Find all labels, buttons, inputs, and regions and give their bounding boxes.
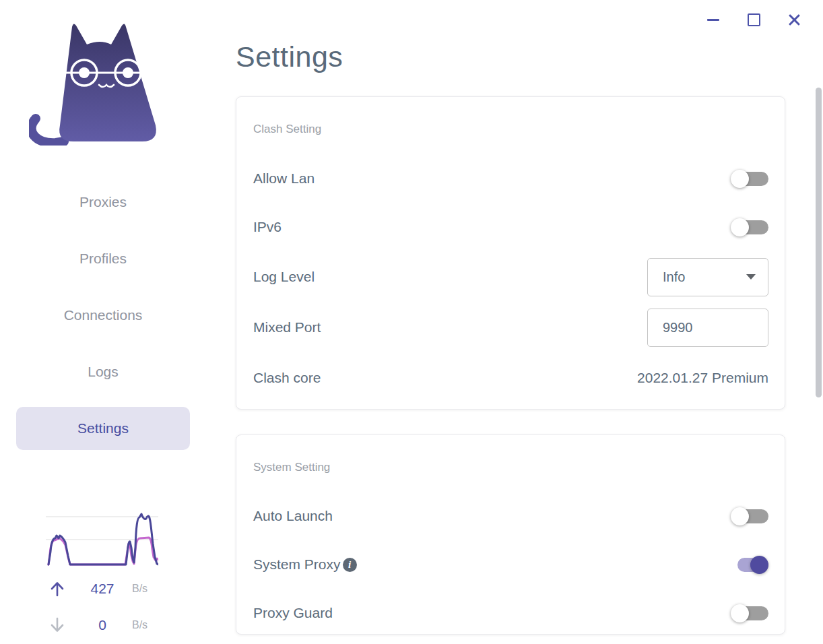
mixed-port-row: Mixed Port xyxy=(253,308,768,347)
system-proxy-toggle[interactable] xyxy=(731,556,768,574)
window-controls xyxy=(706,12,801,27)
maximize-button[interactable] xyxy=(746,12,761,27)
scrollbar-thumb[interactable] xyxy=(816,88,822,397)
clash-core-label: Clash core xyxy=(253,370,321,386)
sidebar-item-proxies[interactable]: Proxies xyxy=(0,193,206,212)
card-header: Clash Setting xyxy=(253,123,321,136)
sidebar: Proxies Profiles Connections Logs Settin… xyxy=(0,0,206,644)
proxy-guard-toggle[interactable] xyxy=(731,604,768,622)
toggle-thumb xyxy=(750,556,768,574)
toggle-thumb xyxy=(731,604,749,622)
system-proxy-row: System Proxy i xyxy=(253,547,768,582)
close-icon xyxy=(788,13,800,26)
upload-speed-unit: B/s xyxy=(132,583,162,595)
system-proxy-label-text: System Proxy xyxy=(253,556,341,573)
proxy-guard-label: Proxy Guard xyxy=(253,605,333,621)
sidebar-item-settings[interactable]: Settings xyxy=(16,407,190,450)
info-icon[interactable]: i xyxy=(343,558,357,572)
close-button[interactable] xyxy=(787,12,801,27)
allow-lan-toggle[interactable] xyxy=(731,170,768,188)
system-proxy-label: System Proxy i xyxy=(253,556,357,573)
allow-lan-row: Allow Lan xyxy=(253,161,768,196)
mixed-port-input[interactable] xyxy=(647,309,768,347)
ipv6-row: IPv6 xyxy=(253,210,768,245)
download-speed-value: 0 xyxy=(73,617,132,633)
log-level-label: Log Level xyxy=(253,269,315,285)
mixed-port-label: Mixed Port xyxy=(253,319,321,335)
auto-launch-row: Auto Launch xyxy=(253,498,768,534)
sidebar-item-logs[interactable]: Logs xyxy=(0,362,206,381)
allow-lan-label: Allow Lan xyxy=(253,170,315,187)
ipv6-toggle[interactable] xyxy=(731,218,768,236)
download-speed-unit: B/s xyxy=(132,619,162,631)
minimize-icon xyxy=(707,19,719,21)
auto-launch-toggle[interactable] xyxy=(731,507,768,525)
proxy-guard-row: Proxy Guard xyxy=(253,595,768,631)
page-title: Settings xyxy=(236,40,343,73)
upload-stat-row: 427 B/s xyxy=(42,578,162,600)
ipv6-label: IPv6 xyxy=(253,219,282,235)
traffic-sparkline-chart xyxy=(46,510,158,567)
clash-setting-card: Clash Setting Allow Lan IPv6 Log Level I… xyxy=(236,96,785,410)
minimize-button[interactable] xyxy=(706,12,721,27)
sidebar-item-connections[interactable]: Connections xyxy=(0,306,206,325)
clash-cat-logo-icon xyxy=(29,18,160,146)
clash-core-version: 2022.01.27 Premium xyxy=(637,370,768,386)
log-level-value: Info xyxy=(663,269,685,285)
upload-speed-value: 427 xyxy=(73,581,132,597)
upload-arrow-icon xyxy=(42,580,73,598)
system-setting-card: System Setting Auto Launch System Proxy … xyxy=(236,434,785,635)
maximize-icon xyxy=(748,13,760,26)
toggle-thumb xyxy=(731,218,749,236)
download-arrow-icon xyxy=(42,616,73,634)
download-stat-row: 0 B/s xyxy=(42,614,162,636)
sidebar-item-profiles[interactable]: Profiles xyxy=(0,249,206,268)
toggle-thumb xyxy=(731,507,749,525)
card-header: System Setting xyxy=(253,461,330,474)
log-level-row: Log Level Info xyxy=(253,257,768,296)
clash-core-row: Clash core 2022.01.27 Premium xyxy=(253,360,768,395)
chevron-down-icon xyxy=(746,274,756,280)
toggle-thumb xyxy=(731,170,749,188)
log-level-select[interactable]: Info xyxy=(647,258,768,296)
auto-launch-label: Auto Launch xyxy=(253,508,333,524)
